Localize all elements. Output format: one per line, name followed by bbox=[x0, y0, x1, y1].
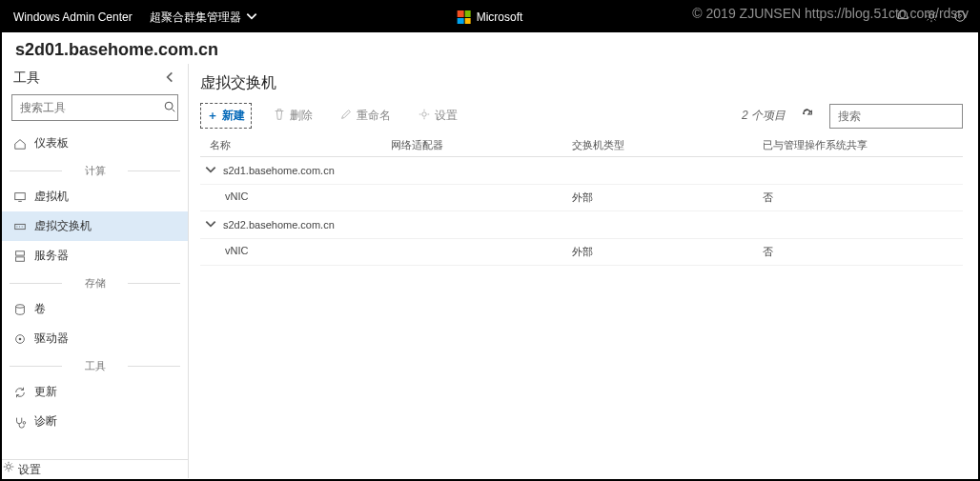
delete-button[interactable]: 删除 bbox=[267, 104, 318, 128]
drive-icon bbox=[13, 332, 27, 346]
col-type[interactable]: 交换机类型 bbox=[572, 138, 763, 152]
svg-rect-6 bbox=[16, 251, 25, 254]
sidebar-item-settings[interactable]: 设置 bbox=[2, 460, 188, 478]
home-icon bbox=[13, 137, 27, 150]
sidebar-item-label: 虚拟交换机 bbox=[34, 218, 92, 234]
microsoft-label: Microsoft bbox=[477, 10, 523, 24]
database-icon bbox=[13, 303, 27, 316]
microsoft-icon bbox=[458, 10, 471, 24]
svg-point-13 bbox=[422, 112, 426, 116]
host-title: s2d01.basehome.com.cn bbox=[2, 32, 978, 64]
table-row[interactable]: vNIC 外部 否 bbox=[200, 185, 963, 211]
sidebar-search[interactable] bbox=[11, 94, 178, 121]
sidebar-item-label: 服务器 bbox=[34, 248, 69, 264]
svg-point-0 bbox=[929, 13, 933, 17]
sidebar-bottom: 设置 bbox=[2, 459, 188, 478]
switch-icon bbox=[13, 220, 27, 233]
table-row[interactable]: vNIC 外部 否 bbox=[200, 239, 963, 266]
group-row[interactable]: s2d1.basehome.com.cn bbox=[200, 157, 963, 185]
gear-icon[interactable] bbox=[925, 10, 938, 26]
refresh-button[interactable] bbox=[801, 108, 814, 124]
sidebar-item-label: 设置 bbox=[18, 463, 41, 476]
cell-type: 外部 bbox=[572, 190, 763, 205]
sidebar-item-dashboard[interactable]: 仪表板 bbox=[2, 129, 188, 158]
topbar-right-icons: ? bbox=[896, 10, 967, 26]
sidebar-item-label: 更新 bbox=[34, 384, 57, 400]
col-name[interactable]: 名称 bbox=[200, 138, 391, 152]
microsoft-logo: Microsoft bbox=[458, 10, 523, 24]
notifications-icon[interactable] bbox=[896, 10, 909, 26]
sidebar-item-vswitch[interactable]: 虚拟交换机 bbox=[2, 211, 188, 241]
svg-point-3 bbox=[165, 102, 173, 110]
sidebar-item-volumes[interactable]: 卷 bbox=[2, 294, 188, 324]
sidebar-title: 工具 bbox=[13, 70, 40, 87]
sidebar-search-input[interactable] bbox=[20, 101, 163, 114]
cell-name: vNIC bbox=[200, 190, 391, 205]
table-header: 名称 网络适配器 交换机类型 已与管理操作系统共享 bbox=[200, 134, 963, 157]
main-search[interactable] bbox=[829, 104, 963, 129]
manager-label: 超聚合群集管理器 bbox=[150, 10, 241, 26]
cell-type: 外部 bbox=[572, 245, 763, 259]
cell-name: vNIC bbox=[200, 245, 391, 259]
sidebar-item-label: 驱动器 bbox=[34, 331, 69, 347]
svg-point-12 bbox=[7, 465, 10, 469]
chevron-down-icon bbox=[245, 10, 258, 26]
svg-point-11 bbox=[23, 421, 26, 424]
col-share[interactable]: 已与管理操作系统共享 bbox=[763, 138, 963, 152]
gear-icon bbox=[2, 463, 15, 476]
chevron-down-icon bbox=[204, 163, 217, 178]
sidebar-group-compute: 计算 bbox=[2, 158, 188, 182]
group-row[interactable]: s2d2.basehome.com.cn bbox=[200, 211, 963, 239]
pencil-icon bbox=[339, 108, 353, 124]
svg-point-8 bbox=[16, 304, 25, 308]
rename-button[interactable]: 重命名 bbox=[334, 104, 397, 128]
delete-label: 删除 bbox=[290, 108, 313, 124]
manager-dropdown[interactable]: 超聚合群集管理器 bbox=[150, 10, 258, 26]
product-name: Windows Admin Center bbox=[13, 10, 133, 24]
update-icon bbox=[13, 386, 27, 399]
server-icon bbox=[13, 250, 27, 263]
chevron-down-icon bbox=[204, 217, 217, 232]
search-icon bbox=[163, 100, 176, 116]
sidebar-item-servers[interactable]: 服务器 bbox=[2, 241, 188, 271]
cell-adapter bbox=[391, 245, 572, 259]
table-body: s2d1.basehome.com.cn vNIC 外部 否 s2d2.base… bbox=[200, 157, 963, 266]
col-adapter[interactable]: 网络适配器 bbox=[391, 138, 572, 152]
new-button[interactable]: ＋ 新建 bbox=[200, 103, 252, 129]
svg-rect-4 bbox=[15, 192, 26, 199]
help-icon[interactable]: ? bbox=[953, 10, 967, 26]
sidebar-group-storage: 存储 bbox=[2, 271, 188, 294]
trash-icon bbox=[273, 108, 286, 124]
sidebar-item-updates[interactable]: 更新 bbox=[2, 377, 188, 407]
settings-label: 设置 bbox=[435, 108, 458, 124]
item-count: 2 个项目 bbox=[742, 108, 786, 124]
sidebar-item-vm[interactable]: 虚拟机 bbox=[2, 182, 188, 211]
sidebar-item-label: 虚拟机 bbox=[34, 189, 69, 205]
sidebar-item-label: 卷 bbox=[34, 301, 46, 317]
gear-icon bbox=[418, 108, 431, 124]
group-host: s2d2.basehome.com.cn bbox=[223, 219, 335, 230]
cell-share: 否 bbox=[763, 190, 963, 205]
group-host: s2d1.basehome.com.cn bbox=[223, 165, 335, 176]
svg-text:?: ? bbox=[958, 12, 962, 19]
monitor-icon bbox=[13, 190, 27, 204]
sidebar-item-label: 诊断 bbox=[34, 413, 57, 430]
settings-button[interactable]: 设置 bbox=[412, 104, 463, 128]
new-label: 新建 bbox=[222, 108, 245, 124]
rename-label: 重命名 bbox=[357, 108, 391, 124]
page-title: 虚拟交换机 bbox=[200, 73, 963, 93]
svg-point-10 bbox=[19, 337, 22, 340]
sidebar-item-diagnostics[interactable]: 诊断 bbox=[2, 407, 188, 436]
stethoscope-icon bbox=[13, 415, 27, 429]
sidebar-nav: 仪表板 计算 虚拟机 虚拟交换机 服务器 存储 卷 驱动器 bbox=[2, 129, 188, 459]
sidebar-item-drives[interactable]: 驱动器 bbox=[2, 324, 188, 353]
cell-share: 否 bbox=[763, 245, 963, 259]
sidebar-group-tools: 工具 bbox=[2, 353, 188, 377]
collapse-sidebar-icon[interactable] bbox=[163, 70, 176, 87]
main-search-input[interactable] bbox=[838, 110, 980, 123]
toolbar: ＋ 新建 删除 重命名 设置 2 个项目 bbox=[200, 103, 963, 129]
top-bar: Windows Admin Center 超聚合群集管理器 Microsoft … bbox=[2, 2, 978, 32]
cell-adapter bbox=[391, 190, 572, 205]
plus-icon: ＋ bbox=[207, 108, 218, 124]
sidebar: 工具 仪表板 计算 虚拟机 虚拟交换机 服务器 bbox=[2, 64, 189, 478]
